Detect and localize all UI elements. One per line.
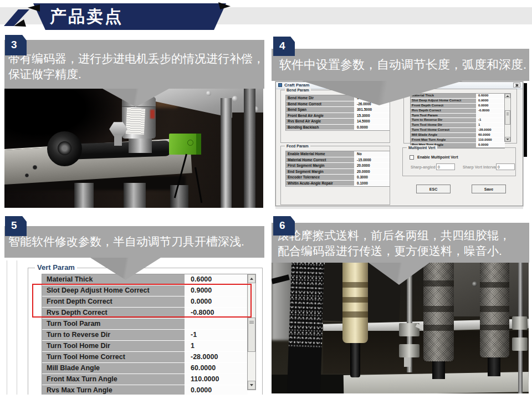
- sparkle-texture: [289, 260, 325, 347]
- feed-param-group: Feed Param Enable Material HomeNo Materi…: [280, 146, 390, 205]
- table-row[interactable]: Mill Blade Angle60.0000: [411, 133, 505, 138]
- caption-text: 滚轮摩擦式送料，前后各两组，共四组胶辊，: [278, 228, 529, 243]
- roller-shaft: [488, 357, 500, 376]
- knurled-roller: [480, 260, 509, 357]
- caption-text: 配合编码器进行传送，更方便送料，噪音小.: [278, 243, 529, 259]
- rod-collar: [512, 337, 528, 351]
- screen-edge: [523, 83, 527, 157]
- scroll-down-button[interactable]: [248, 381, 255, 390]
- group-title: Feed Param: [285, 144, 310, 149]
- badge-5: 5: [5, 216, 27, 236]
- nut-shaft: [114, 135, 122, 146]
- bolt-head: [232, 96, 238, 101]
- callout-3: 带有编码器，进行步进电机丢步的情况进行补偿， 保证做字精度.: [4, 40, 264, 89]
- sharp-vert-interval-input[interactable]: 0: [496, 163, 515, 170]
- shaft-cylinder: [170, 185, 188, 208]
- sensor-emblem: [187, 140, 193, 146]
- table-row[interactable]: Turn to Reverse Dir-1: [411, 118, 505, 123]
- thumb-grip: [507, 112, 509, 115]
- thumb-grip: [249, 321, 253, 324]
- scroll-down-button[interactable]: [505, 137, 510, 141]
- table-row[interactable]: Front Max Turn Angle110.0000: [42, 374, 248, 385]
- table-row[interactable]: Turn Tool Param: [411, 114, 505, 119]
- group-title: Multipoint Vert: [407, 145, 437, 150]
- scroll-up-button[interactable]: [248, 274, 255, 283]
- close-button[interactable]: [513, 83, 520, 88]
- page-title: 产品卖点: [50, 7, 123, 25]
- table-row[interactable]: Enable Material HomeNo: [286, 151, 390, 157]
- sharp-vert-interval-label: Sharp Vert Interval: [463, 165, 497, 169]
- collar-bolt: [404, 357, 411, 367]
- checkbox-label: Enable Multipoint Vert: [417, 155, 458, 159]
- scroll-up-button[interactable]: [505, 94, 510, 98]
- save-button[interactable]: Save: [472, 185, 506, 193]
- encoder-label: [126, 108, 146, 134]
- table-row[interactable]: Front Depth Correct0.0000: [411, 104, 505, 109]
- table-row[interactable]: Rvs Bend Air Angle14.5000: [286, 119, 390, 125]
- table-row[interactable]: End Segment Margin20.0000: [286, 169, 390, 175]
- table-row[interactable]: Turn Tool Home Dir1: [411, 123, 505, 128]
- group-title: Vert Param: [35, 263, 77, 272]
- esc-button[interactable]: ESC: [416, 185, 451, 193]
- shaft-cylinder: [124, 183, 146, 208]
- caption-text: 智能软件修改参数，半自动调节刀具开槽深浅.: [8, 234, 264, 249]
- support-post: [244, 89, 255, 208]
- knurled-roller: [423, 260, 454, 361]
- scrollbar[interactable]: [504, 93, 511, 142]
- multipoint-vert-group: Multipoint Vert Enable Multipoint Vert S…: [402, 147, 516, 176]
- roller-grooves: [423, 260, 454, 361]
- table-row[interactable]: Turn to Reverse Dir-1: [42, 330, 248, 341]
- rod-collar: [512, 316, 528, 330]
- dialog-title: Craft Param: [284, 83, 309, 88]
- scroll-up-icon: [506, 95, 509, 97]
- sharp-angled-label: Sharp-angled: [411, 165, 436, 169]
- table-row[interactable]: Turn Tool Home Dir1: [42, 341, 248, 352]
- group-title: Bend Param: [285, 88, 311, 93]
- table-row[interactable]: Turn Tool Home Correct-28.0000: [411, 128, 505, 133]
- table-row[interactable]: Encoder Tolerance0.3000: [286, 175, 390, 181]
- table-row[interactable]: First Segment Margin20.0000: [286, 163, 390, 169]
- table-row[interactable]: Bend Span301.5000: [286, 107, 390, 113]
- table-row[interactable]: Rvs Max Turn Angle0.0000: [42, 385, 248, 395]
- title-banner: 产品卖点: [33, 3, 226, 30]
- shaft-cylinder: [74, 183, 94, 208]
- scroll-up-icon: [250, 278, 253, 280]
- table-row[interactable]: Mill Blade Angle60.0000: [42, 363, 248, 374]
- scroll-thumb[interactable]: [505, 110, 510, 125]
- proximity-sensor-green: [169, 134, 201, 155]
- craft-param-dialog: Craft Param Bend Param Bend Home Dir1 Be…: [275, 81, 523, 206]
- enable-multipoint-checkbox[interactable]: [410, 155, 414, 160]
- table-row[interactable]: Turn Tool Home Correct-28.0000: [42, 352, 248, 363]
- table-row[interactable]: Whitin Acute-Angle Repair0.1000: [286, 181, 390, 187]
- table-row[interactable]: Material Thick0.6000: [411, 94, 505, 99]
- table-row[interactable]: Turn Tool Param: [42, 319, 248, 330]
- table-row[interactable]: Front Bend Air Angle15.3000: [286, 113, 390, 119]
- table-row[interactable]: Front Max Turn Angle110.0000: [411, 138, 505, 143]
- window-edge: [275, 206, 523, 209]
- vert-param-group: Vert Param Material Thick0.6000 Slot Dee…: [403, 89, 517, 144]
- slide: 产品卖点: [0, 0, 532, 399]
- table-row[interactable]: Material Home Correct-15.0000: [286, 157, 390, 163]
- encoder-red-mark: [150, 110, 154, 119]
- rod-collar: [399, 344, 420, 357]
- caption-text: 保证做字精度.: [8, 66, 264, 82]
- plate-hole: [25, 173, 29, 177]
- roller-shaft: [350, 343, 361, 377]
- caption-text: 带有编码器，进行步进电机丢步的情况进行补偿，: [8, 51, 264, 66]
- support-post: [221, 98, 232, 208]
- ivory-roller: [342, 260, 368, 343]
- scroll-thumb[interactable]: [248, 318, 255, 352]
- sparkle-beam: [287, 260, 325, 393]
- badge-6: 6: [273, 216, 295, 236]
- scroll-down-icon: [250, 384, 253, 386]
- encoder-photo: [4, 89, 263, 208]
- window-icon: [278, 83, 282, 87]
- roller-shaft: [432, 361, 445, 378]
- vert-param-table: Material Thick0.6000 Slot Deep Adjust Ho…: [410, 93, 505, 149]
- table-row[interactable]: Rvs Depth Correct-0.8000: [411, 109, 505, 114]
- plate-hole: [33, 165, 37, 170]
- sharp-angled-input[interactable]: 0: [436, 163, 455, 170]
- cable: [195, 167, 202, 203]
- table-row[interactable]: Slot Deep Adjust Home Correct0.9000: [411, 99, 505, 104]
- table-row[interactable]: Bending Backlash0.0000: [286, 125, 390, 131]
